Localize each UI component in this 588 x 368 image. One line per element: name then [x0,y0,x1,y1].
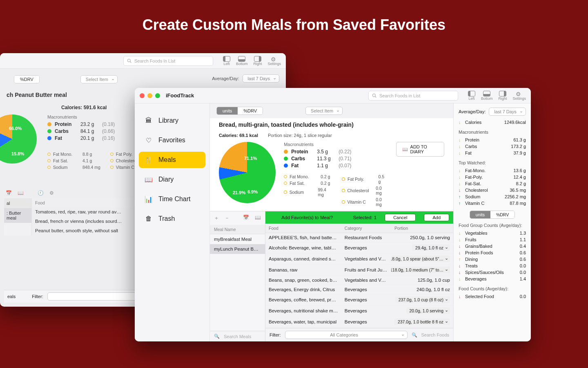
sidebar-item-meals[interactable]: 🍴Meals [139,152,205,168]
search-icon [127,58,132,63]
macro-row: Fat1.1 g(0.07) [284,163,388,168]
settings-button[interactable]: ⚙Settings [267,56,281,66]
book-icon[interactable]: 📖 [255,215,261,222]
units-drv-segment-right[interactable]: units%DRV [470,211,515,219]
search-foods-input[interactable]: Search Foods [421,332,449,337]
sidebar-item-timechart[interactable]: 📊Time Chart [139,191,205,207]
meal-item[interactable]: myBreakfast Meal [210,234,265,244]
portion-select[interactable]: 118.0g, 1.0 medium (7" to… [391,267,450,273]
portion-select[interactable]: 237.0g, 1.0 bottle 8 fl oz [394,319,450,325]
select-item-dropdown[interactable]: Select Item [305,107,343,115]
macronutrient-pie-chart: 71.1% 21.9% 6.9% [219,142,276,203]
minimize-window-button[interactable] [147,93,152,98]
sidebar-item-favorites[interactable]: ♡Favorites [139,132,205,148]
main-window: iFoodTrack Search Foods in List Left Bot… [135,88,531,341]
book-icon[interactable]: 📖 [18,190,24,196]
search-icon: 🔍 [214,334,220,339]
clock-icon[interactable]: 🕘 [38,190,44,196]
search-input[interactable]: Search Foods in List [368,91,458,101]
remove-meal-button[interactable]: － [225,215,229,222]
stat-row: ↓Fruits1.1 [459,236,526,243]
panel-right-button[interactable]: Right [498,91,507,101]
calendar-icon[interactable]: 📅 [6,190,12,196]
stat-row: ↓Carbs173.2 g [459,143,526,150]
back-pie-chart: 66.0% 15.8% [0,114,37,164]
stat-row: ↓Vegetables1.3 [459,230,526,236]
food-row[interactable]: Bananas, rawFruits and Fruit Juices118.0… [265,265,453,276]
meal-item[interactable]: myLunch Peanut Butter meal [210,244,265,254]
close-window-button[interactable] [140,93,145,98]
stat-row: ↓Treats0.0 [459,263,526,269]
stat-row: ↓Fat-Mono.13.6 g [459,167,526,174]
food-row[interactable]: Beverages, coffee, brewed, prepared w…Be… [265,294,453,305]
calendar-icon[interactable]: 📅 [243,215,249,222]
panel-left-button[interactable]: Left [468,91,475,101]
panel-bottom-button[interactable]: Bottom [236,56,248,66]
app-title: iFoodTrack [166,92,194,99]
panel-right-button[interactable]: Right [253,56,262,66]
add-to-diary-button[interactable]: 📖 ADD TO DIARY [396,142,444,157]
book-icon: 📖 [402,147,408,152]
stat-row: ↓Grains/Baked0.4 [459,243,526,249]
titlebar: iFoodTrack Search Foods in List Left Bot… [135,88,531,103]
cancel-button[interactable]: Cancel [385,214,416,221]
sidebar: 🏛Library ♡Favorites 🍴Meals 📖Diary 📊Time … [135,103,210,341]
avg-range-select[interactable]: last 7 Days [489,108,526,116]
stat-row: ↓Cholesterol36.5 mg [459,187,526,193]
svg-point-0 [127,59,130,62]
hero-title: Create Custom Meals from Saved Favorites [0,16,588,34]
stat-row: ↓Fat-Poly.12.4 g [459,174,526,180]
svg-line-3 [375,96,376,97]
add-button[interactable]: Add [424,214,449,221]
calories-value: Calories: 69.1 kcal [219,133,258,138]
zoom-window-button[interactable] [155,93,160,98]
heart-icon: ♡ [145,136,153,144]
portion-value: Portion size: 24g, 1 slice regular [268,133,332,138]
food-detail-panel: Bread, multi-grain, toasted (includes wh… [210,118,453,211]
svg-point-2 [372,94,375,96]
food-row[interactable]: Beverages, water, tap, municipalBeverage… [265,316,453,328]
meals-list-panel: ＋ － 📅 📖 Meal Name myBreakfast MealmyLunc… [210,211,265,341]
stat-row: ↓Protein Foods0.6 [459,249,526,256]
food-row[interactable]: Beverages, nutritional shake mix, high…B… [265,305,453,316]
stat-row: ↓Fat37.9 g [459,150,526,156]
units-drv-segment[interactable]: units%DRV [216,107,263,115]
sidebar-item-library[interactable]: 🏛Library [139,112,205,129]
confirm-add-bar: Add Favorite(s) to Meal? Selected: 1 Can… [265,211,453,224]
favorites-food-table: Add Favorite(s) to Meal? Selected: 1 Can… [265,211,453,341]
food-row[interactable]: Beverages, Energy drink, CitrusBeverages… [265,285,453,294]
search-icon [372,93,377,98]
portion-select[interactable]: 29.4g, 1.0 fl oz [412,245,450,251]
portion-select[interactable]: 20.0g, 1.0 serving [406,307,450,314]
food-row[interactable]: Beans, snap, green, cooked, boiled, dra…… [265,276,453,285]
stat-row: ↓Protein61.3 g [459,137,526,143]
svg-line-1 [130,61,131,63]
portion-select[interactable]: 18.0g, 1.0 spear (about 5"… [391,256,450,262]
food-row[interactable]: Alcoholic Beverage, wine, table, red, C…… [265,242,453,254]
stats-panel: Average/Day: last 7 Days ↓Calories1249.6… [453,103,531,341]
food-row[interactable]: APPLEBEE'S, fish, hand batteredRestauran… [265,233,453,242]
filter-category-select[interactable]: All Categories [285,331,408,339]
library-icon: 🏛 [145,117,153,125]
search-meals-input[interactable]: Search Meals [224,334,251,339]
settings-button[interactable]: ⚙Settings [512,91,526,101]
chart-icon: 📊 [145,195,153,203]
stat-row: ↓Selected Food0.0 [459,293,526,300]
stat-row: ↓Fat-Sat.8.2 g [459,180,526,187]
sidebar-item-diary[interactable]: 📖Diary [139,171,205,188]
meals-icon: 🍴 [145,156,153,164]
add-meal-button[interactable]: ＋ [214,215,219,222]
panel-left-button[interactable]: Left [223,56,230,66]
settings-small-icon[interactable]: ⚙ [49,190,54,196]
panel-bottom-button[interactable]: Bottom [481,91,493,101]
portion-select[interactable]: 237.0g, 1.0 cup (8 fl oz) [395,296,450,303]
trash-icon: 🗑 [145,215,153,223]
sidebar-item-trash[interactable]: 🗑Trash [139,211,205,227]
macro-row: Carbs11.3 g(0.71) [284,156,388,162]
food-title: Bread, multi-grain, toasted (includes wh… [219,121,444,128]
stat-row: ↑Vitamin C87.8 mg [459,200,526,206]
food-row[interactable]: Asparagus, canned, drained solidsVegetab… [265,254,453,265]
stat-row: ↓Beverages1.4 [459,276,526,282]
macro-row: Protein3.5 g(0.22) [284,149,388,155]
search-input-back[interactable]: Search Foods in List [123,56,213,66]
